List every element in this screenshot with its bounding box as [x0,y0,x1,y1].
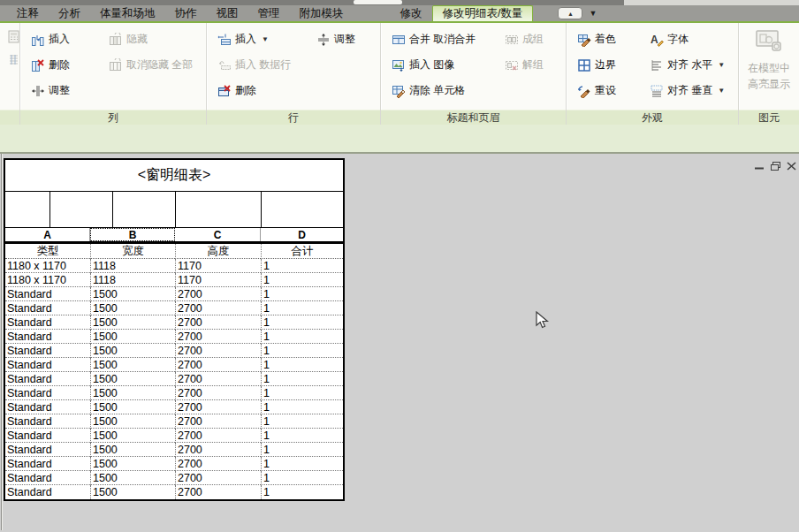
table-cell[interactable]: Standard [5,315,90,330]
table-cell[interactable]: Standard [5,443,90,457]
table-cell[interactable]: 1118 [90,273,175,287]
tab-massing-site[interactable]: 体量和场地 [90,5,165,21]
header-group-cell[interactable] [176,192,262,227]
minimize-icon[interactable] [754,161,765,171]
chevron-down-icon[interactable]: ▼ [589,10,597,18]
tab-view[interactable]: 视图 [207,5,248,21]
table-cell[interactable]: 1 [261,400,343,414]
delete-column-button[interactable]: 删除 [31,57,109,72]
tab-collaborate[interactable]: 协作 [165,5,207,21]
header-group-cell[interactable] [262,192,343,227]
table-cell[interactable]: 1500 [90,287,175,301]
column-letter-D[interactable]: D [261,228,343,241]
tab-annotate[interactable]: 注释 [7,5,49,21]
table-cell[interactable]: 2700 [175,485,261,499]
table-cell[interactable]: 1118 [90,259,175,273]
table-cell[interactable]: 2700 [175,414,261,429]
insert-column-button[interactable]: 插入 [31,32,109,47]
table-cell[interactable]: 1 [261,273,343,287]
table-cell[interactable]: 2700 [175,358,261,372]
align-horizontal-button[interactable]: 对齐 水平 ▼ [650,57,736,72]
borders-button[interactable]: 边界 [577,57,650,72]
table-cell[interactable]: 2700 [175,301,261,315]
table-cell[interactable]: Standard [5,344,90,358]
table-cell[interactable]: 2700 [175,287,261,301]
table-cell[interactable]: 1500 [90,429,175,443]
table-cell[interactable]: 1500 [90,358,175,372]
hide-column-button[interactable]: 隐藏 [109,32,204,47]
table-cell[interactable]: 1 [261,471,343,485]
ungroup-button[interactable]: 解组 [505,57,564,72]
header-group-cell[interactable] [113,192,176,227]
insert-data-row-button[interactable]: 插入 数据行 [217,57,316,72]
table-cell[interactable]: 2700 [175,429,261,443]
table-cell[interactable]: 1500 [90,443,175,457]
table-cell[interactable]: 2700 [175,386,261,400]
table-cell[interactable]: 1500 [90,372,175,386]
header-group-cell[interactable] [5,192,50,227]
tab-modify-schedule[interactable]: 修改明细表/数量 [432,5,534,21]
table-cell[interactable]: 2700 [175,315,261,330]
column-letter-B[interactable]: B [90,228,175,241]
tab-modify[interactable]: 修改 [391,5,432,21]
table-cell[interactable]: Standard [5,485,90,499]
table-cell[interactable]: Standard [5,372,90,386]
table-cell[interactable]: 1 [261,429,343,443]
table-cell[interactable]: 1500 [90,344,175,358]
table-cell[interactable]: 1 [261,457,343,471]
table-cell[interactable]: 1 [261,386,343,400]
clear-cell-button[interactable]: 清除 单元格 [392,83,505,98]
table-cell[interactable]: 1 [261,485,343,499]
table-cell[interactable]: Standard [5,471,90,485]
table-cell[interactable]: 1500 [90,414,175,429]
table-cell[interactable]: Standard [5,301,90,315]
table-cell[interactable]: Standard [5,414,90,429]
resize-row-button[interactable]: 调整 [316,32,378,47]
table-cell[interactable]: 1 [261,358,343,372]
merge-unmerge-button[interactable]: 合并 取消合并 [392,32,505,47]
table-cell[interactable]: Standard [5,358,90,372]
insert-image-button[interactable]: 插入 图像 [392,57,505,72]
font-button[interactable]: A 字体 [650,32,736,47]
column-letter-A[interactable]: A [5,228,90,241]
table-cell[interactable]: 1 [261,330,343,344]
column-header-3[interactable]: 高度 [175,244,261,259]
table-cell[interactable]: 1180 x 1170 [5,273,90,287]
table-cell[interactable]: Standard [5,386,90,400]
table-cell[interactable]: 2700 [175,330,261,344]
table-cell[interactable]: 1 [261,259,343,273]
table-cell[interactable]: 1 [261,443,343,457]
column-letter-C[interactable]: C [175,228,261,241]
highlight-in-model-button[interactable]: 在模型中 高亮显示 [739,23,799,91]
table-cell[interactable]: 1500 [90,330,175,344]
table-cell[interactable]: 1 [261,344,343,358]
table-cell[interactable]: 1170 [175,259,261,273]
column-header-4[interactable]: 合计 [261,244,343,259]
table-cell[interactable]: 1 [261,315,343,330]
table-cell[interactable]: 1 [261,287,343,301]
table-cell[interactable]: 1 [261,414,343,429]
align-vertical-button[interactable]: 对齐 垂直 ▼ [650,83,736,98]
ribbon-collapse-button[interactable]: ▲ [558,7,582,19]
table-cell[interactable]: 2700 [175,400,261,414]
table-cell[interactable]: Standard [5,457,90,471]
table-cell[interactable]: 1500 [90,457,175,471]
close-icon[interactable] [786,161,798,171]
table-cell[interactable]: 2700 [175,344,261,358]
table-cell[interactable]: 1500 [90,386,175,400]
table-cell[interactable]: 2700 [175,471,261,485]
resize-column-button[interactable]: 调整 [31,83,109,98]
column-header-2[interactable]: 宽度 [90,244,175,259]
table-cell[interactable]: 1 [261,372,343,386]
shading-button[interactable]: 着色 [577,32,650,47]
restore-icon[interactable] [770,161,781,171]
table-cell[interactable]: Standard [5,400,90,414]
reset-button[interactable]: 重设 [577,83,650,98]
table-cell[interactable]: 1180 x 1170 [5,259,90,273]
table-cell[interactable]: 1500 [90,485,175,499]
table-cell[interactable]: 2700 [175,443,261,457]
table-cell[interactable]: 2700 [175,457,261,471]
insert-row-button[interactable]: 插入 ▼ [217,32,316,47]
table-cell[interactable]: 1500 [90,301,175,315]
delete-row-button[interactable]: 删除 [217,83,316,98]
